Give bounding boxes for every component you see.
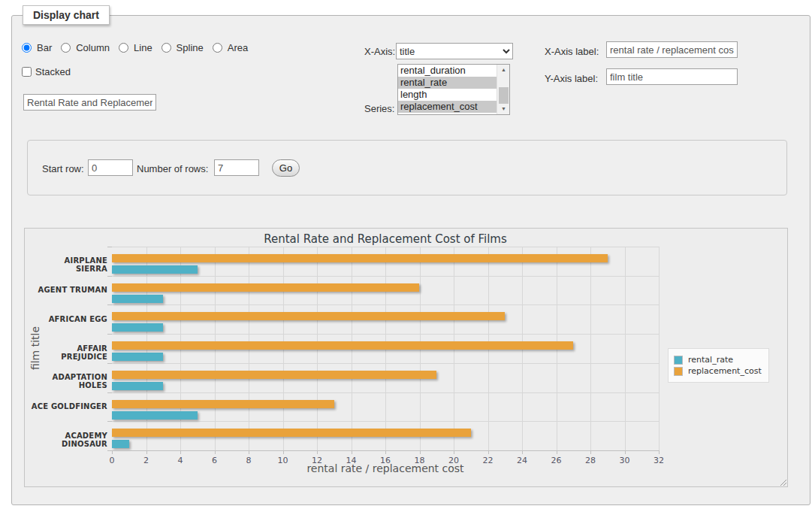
chart-type-radio-line[interactable] [119,43,128,53]
y-axis-label-field-label: Y-Axis label: [545,73,598,84]
x-axis-field-label: X-Axis: [364,46,395,57]
y-axis-tick [107,334,112,335]
x-axis-tick [488,450,489,454]
chart-type-radio-spline[interactable] [161,43,171,53]
start-row-input[interactable] [88,159,133,176]
x-tick-label: 12 [306,456,328,465]
display-chart-fieldset-title: Display chart [23,5,110,25]
bar-rental_rate[interactable] [112,440,129,448]
bar-rental_rate[interactable] [112,382,163,390]
series-option-rental_duration[interactable]: rental_duration [398,65,497,77]
y-axis-tick [107,304,112,305]
bar-replacement_cost[interactable] [112,312,505,320]
x-tick-label: 20 [442,456,465,465]
page-root: Display chart BarColumnLineSplineArea St… [0,0,812,512]
chart-title: Rental Rate and Replacement Cost of Film… [112,232,659,246]
y-axis-tick [107,363,112,364]
bar-replacement_cost[interactable] [112,400,334,408]
stacked-checkbox-row: Stacked [22,66,71,77]
x-axis-tick [522,450,523,454]
chart-type-label-bar[interactable]: Bar [37,42,52,53]
scrollbar-thumb[interactable] [499,87,509,104]
x-tick-label: 16 [374,456,397,465]
x-tick-label: 28 [579,456,602,465]
number-of-rows-input[interactable] [214,159,259,176]
category-label: ACADEMY DINOSAUR [31,432,107,448]
legend-item-replacement_cost[interactable]: replacement_cost [674,366,762,376]
x-axis-label-input[interactable] [606,41,738,58]
x-axis-label-field-label: X-Axis label: [545,46,599,57]
x-axis-tick [420,450,421,454]
stacked-label: Stacked [35,66,71,77]
chart-type-label-line[interactable]: Line [134,42,152,53]
x-tick-label: 8 [237,456,260,465]
x-tick-label: 0 [101,456,123,465]
bar-replacement_cost[interactable] [112,283,419,292]
x-tick-label: 2 [135,456,158,465]
bar-replacement_cost[interactable] [112,341,573,350]
x-tick-label: 14 [340,456,363,465]
x-axis-tick [146,450,147,454]
series-option-length[interactable]: length [398,89,497,101]
bar-replacement_cost[interactable] [112,371,436,379]
stacked-checkbox[interactable] [22,67,32,77]
bar-replacement_cost[interactable] [112,429,471,437]
series-listbox[interactable]: rental_durationrental_ratelengthreplacem… [397,64,510,115]
chart-type-radio-area[interactable] [213,43,222,53]
series-option-rental_rate[interactable]: rental_rate [398,77,497,89]
x-tick-label: 32 [647,456,670,465]
x-axis-select[interactable]: title [396,43,513,59]
y-axis-tick [107,247,112,247]
series-scrollbar[interactable]: ▲ ▼ [497,65,509,114]
gridline-horizontal [112,421,659,422]
scroll-down-icon[interactable]: ▼ [497,104,510,114]
chart-title-input[interactable] [23,94,156,111]
x-axis-tick [590,450,591,454]
scroll-up-icon[interactable]: ▲ [497,65,510,75]
x-axis-tick [283,450,284,454]
x-axis-tick [625,450,626,454]
bar-replacement_cost[interactable] [112,254,608,262]
chart-type-radio-column[interactable] [61,43,71,53]
gridline-horizontal [112,363,659,364]
legend-item-rental_rate[interactable]: rental_rate [674,355,762,365]
gridline-horizontal [112,247,659,247]
gridline-horizontal [112,392,659,393]
chart-type-radio-bar[interactable] [22,43,32,53]
resize-handle-icon[interactable] [779,478,786,486]
legend-label-rental_rate: rental_rate [688,355,733,365]
chart-type-label-spline[interactable]: Spline [177,42,204,53]
x-axis-tick [215,450,216,454]
y-axis-tick [107,421,112,422]
bar-rental_rate[interactable] [112,265,198,274]
series-option-replacement_cost[interactable]: replacement_cost [398,101,497,113]
y-axis-tick [107,392,112,393]
x-tick-label: 18 [409,456,431,465]
legend-swatch-rental_rate [674,356,683,365]
bar-rental_rate[interactable] [112,411,198,420]
y-axis-tick [107,276,112,277]
y-axis-label-input[interactable] [606,68,738,85]
bar-rental_rate[interactable] [112,323,163,332]
x-axis-tick [317,450,318,454]
category-label: AFFAIR PREJUDICE [31,344,107,361]
go-button[interactable]: Go [272,159,300,177]
x-axis-tick [659,450,660,454]
x-axis-tick [112,450,113,454]
category-label: AFRICAN EGG [31,315,107,323]
start-row-label: Start row: [42,163,84,174]
plot-area [112,247,659,450]
bar-rental_rate[interactable] [112,353,163,361]
series-options: rental_durationrental_ratelengthreplacem… [398,65,497,114]
x-tick-label: 30 [614,456,636,465]
gridline-horizontal [112,276,659,277]
bar-rental_rate[interactable] [112,295,163,303]
chart-type-label-area[interactable]: Area [228,42,248,53]
x-tick-label: 4 [169,456,192,465]
number-of-rows-label: Number of rows: [137,163,208,174]
x-axis-tick [454,450,454,454]
x-axis-tick [352,450,352,454]
x-tick-label: 24 [511,456,533,465]
x-axis-tick [249,450,249,454]
chart-type-label-column[interactable]: Column [76,42,110,53]
